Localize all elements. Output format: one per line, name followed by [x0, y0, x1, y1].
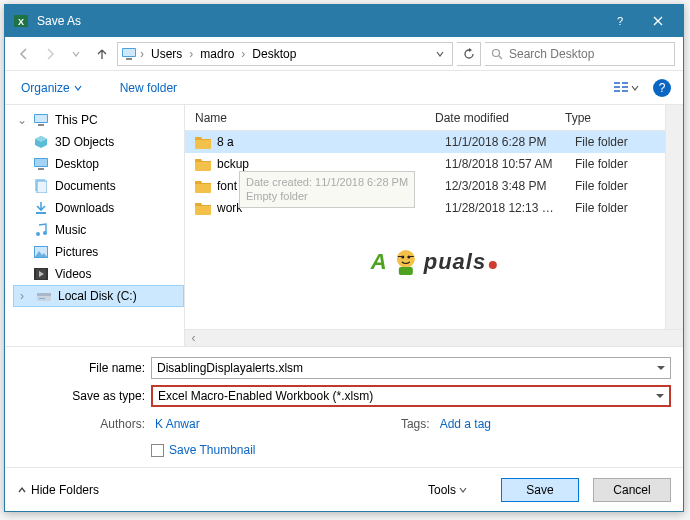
search-icon [491, 48, 503, 60]
refresh-button[interactable] [457, 42, 481, 66]
sidebar-downloads[interactable]: Downloads [13, 197, 184, 219]
file-type: File folder [575, 179, 628, 193]
sidebar-documents[interactable]: Documents [13, 175, 184, 197]
pc-icon [33, 112, 49, 128]
file-date: 12/3/2018 3:48 PM [445, 179, 575, 193]
file-name: bckup [217, 157, 445, 171]
svg-point-28 [43, 231, 47, 235]
view-button[interactable] [609, 78, 643, 98]
sidebar-pictures[interactable]: Pictures [13, 241, 184, 263]
pc-icon [120, 47, 138, 61]
svg-point-8 [493, 49, 500, 56]
forward-button[interactable] [39, 43, 61, 65]
breadcrumb-item[interactable]: Users [146, 43, 187, 65]
cube-icon [33, 134, 49, 150]
organize-menu[interactable]: Organize [17, 81, 86, 95]
file-date: 11/8/2018 10:57 AM [445, 157, 575, 171]
tags-value[interactable]: Add a tag [440, 417, 491, 431]
svg-point-27 [36, 232, 40, 236]
save-button[interactable]: Save [501, 478, 579, 502]
sidebar-label: This PC [55, 113, 98, 127]
svg-line-9 [499, 56, 502, 59]
search-input[interactable]: Search Desktop [485, 42, 675, 66]
save-thumbnail-checkbox[interactable]: Save Thumbnail [151, 443, 256, 457]
svg-rect-43 [399, 267, 413, 275]
svg-rect-7 [126, 58, 132, 60]
music-icon [33, 222, 49, 238]
svg-rect-25 [37, 181, 47, 193]
svg-rect-6 [123, 49, 135, 56]
svg-point-38 [397, 250, 415, 268]
videos-icon [33, 266, 49, 282]
file-row[interactable]: 8 a11/1/2018 6:28 PMFile folder [185, 131, 666, 153]
cancel-button[interactable]: Cancel [593, 478, 671, 502]
breadcrumb-item[interactable]: Desktop [247, 43, 301, 65]
chevron-up-icon [17, 485, 27, 495]
titlebar: X Save As ? [5, 5, 683, 37]
column-name[interactable]: Name [185, 111, 435, 125]
sidebar-label: Documents [55, 179, 116, 193]
chevron-right-icon: › [138, 47, 146, 61]
up-button[interactable] [91, 43, 113, 65]
close-button[interactable] [639, 5, 677, 37]
savetype-label: Save as type: [17, 389, 145, 403]
svg-rect-17 [35, 115, 47, 122]
new-folder-button[interactable]: New folder [120, 81, 177, 95]
recent-button[interactable] [65, 43, 87, 65]
authors-label: Authors: [17, 417, 145, 431]
chevron-right-icon: › [187, 47, 195, 61]
svg-rect-41 [398, 256, 402, 257]
sidebar-label: 3D Objects [55, 135, 114, 149]
column-type[interactable]: Type [565, 111, 666, 125]
column-date[interactable]: Date modified [435, 111, 565, 125]
back-button[interactable] [13, 43, 35, 65]
tools-menu[interactable]: Tools [428, 483, 467, 497]
watermark: Apuals [371, 245, 497, 281]
authors-value[interactable]: K Anwar [155, 417, 200, 431]
sidebar-label: Videos [55, 267, 91, 281]
desktop-icon [33, 156, 49, 172]
help-button[interactable]: ? [601, 5, 639, 37]
sidebar-local-disk[interactable]: ›Local Disk (C:) [13, 285, 184, 307]
save-thumbnail-label: Save Thumbnail [169, 443, 256, 457]
svg-rect-14 [622, 86, 628, 88]
hide-folders-button[interactable]: Hide Folders [17, 483, 99, 497]
breadcrumb-item[interactable]: madro [195, 43, 239, 65]
file-date: 11/28/2018 12:13 … [445, 201, 575, 215]
chevron-down-icon[interactable] [430, 50, 450, 58]
chevron-right-icon: › [239, 47, 247, 61]
savetype-dropdown[interactable]: Excel Macro-Enabled Workbook (*.xlsm) [151, 385, 671, 407]
folder-icon [195, 200, 211, 216]
chevron-down-icon: ⌄ [17, 113, 27, 127]
svg-rect-15 [622, 90, 628, 92]
address-bar[interactable]: › Users › madro › Desktop [117, 42, 453, 66]
svg-rect-13 [622, 82, 628, 84]
horizontal-scrollbar[interactable]: ‹ [185, 329, 683, 346]
file-row[interactable]: font12/3/2018 3:48 PMFile folderDate cre… [185, 175, 666, 197]
folder-icon [195, 134, 211, 150]
file-type: File folder [575, 135, 628, 149]
sidebar-music[interactable]: Music [13, 219, 184, 241]
sidebar-desktop[interactable]: Desktop [13, 153, 184, 175]
svg-rect-23 [38, 168, 44, 170]
svg-rect-37 [39, 298, 45, 299]
sidebar-this-pc[interactable]: ⌄ This PC [13, 109, 184, 131]
hide-folders-label: Hide Folders [31, 483, 99, 497]
folder-icon [195, 156, 211, 172]
file-type: File folder [575, 157, 628, 171]
svg-rect-26 [36, 212, 46, 214]
sidebar-label: Pictures [55, 245, 98, 259]
savetype-value: Excel Macro-Enabled Workbook (*.xlsm) [158, 389, 373, 403]
tags-label: Tags: [401, 417, 430, 431]
tooltip: Date created: 11/1/2018 6:28 PMEmpty fol… [239, 171, 415, 208]
sidebar-videos[interactable]: Videos [13, 263, 184, 285]
filename-label: File name: [17, 361, 145, 375]
filename-input[interactable]: DisablingDisplayalerts.xlsm [151, 357, 671, 379]
help-icon[interactable]: ? [653, 79, 671, 97]
svg-rect-12 [614, 90, 620, 92]
svg-text:?: ? [617, 16, 623, 26]
svg-rect-10 [614, 82, 620, 84]
checkbox-icon [151, 444, 164, 457]
sidebar-3d-objects[interactable]: 3D Objects [13, 131, 184, 153]
search-placeholder: Search Desktop [509, 47, 594, 61]
